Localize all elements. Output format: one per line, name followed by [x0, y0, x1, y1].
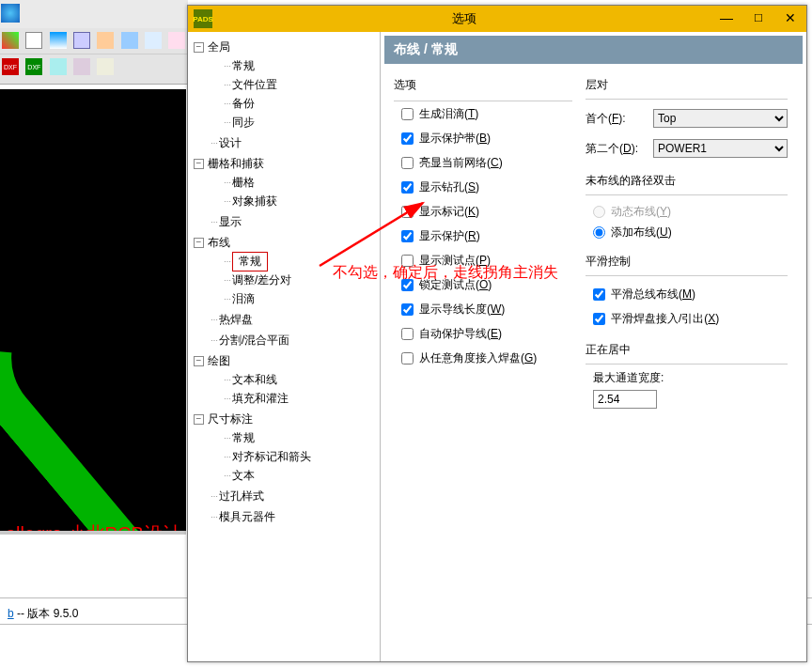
- chk-guard[interactable]: [401, 132, 414, 145]
- lbl-smooth-pad: 平滑焊盘接入/引出(X): [611, 311, 719, 327]
- version-line: b -- 版本 9.5.0: [8, 606, 78, 622]
- minimize-button[interactable]: —: [710, 8, 742, 29]
- tree-node-design[interactable]: ⋯设计: [192, 133, 376, 152]
- status-panel: [0, 531, 186, 601]
- chk-any-angle[interactable]: [401, 352, 414, 365]
- collapse-icon[interactable]: −: [194, 356, 204, 366]
- app-icon: [1, 4, 20, 23]
- lbl-teardrops: 生成泪滴(T): [419, 106, 478, 122]
- category-tree[interactable]: −全局 ⋯常规 ⋯文件位置 ⋯备份 ⋯同步 ⋯设计 −栅格和捕获 ⋯栅格 ⋯对象…: [188, 32, 381, 661]
- options-panel: 布线 / 常规 选项 生成泪滴(T) 显示保护带(B) 亮显当前网络(C) 显示…: [381, 32, 806, 661]
- select-first-layer[interactable]: Top: [653, 109, 788, 128]
- tree-node-plane[interactable]: ⋯分割/混合平面: [192, 331, 376, 349]
- chk-markers[interactable]: [401, 206, 414, 218]
- tool-dxf-icon[interactable]: DXF: [25, 58, 42, 75]
- dialog-titlebar[interactable]: PADS 选项 — ☐ ✕: [188, 6, 806, 32]
- lbl-drills: 显示钻孔(S): [419, 179, 479, 195]
- tree-leaf-teardrop[interactable]: ⋯泪滴: [192, 289, 376, 308]
- tree-node-display[interactable]: ⋯显示: [192, 212, 376, 231]
- tree-node-drafting[interactable]: −绘图: [192, 351, 376, 370]
- tree-node-die[interactable]: ⋯模具元器件: [192, 507, 376, 526]
- tool-icon[interactable]: [50, 32, 67, 49]
- chk-auto-protect[interactable]: [401, 328, 414, 340]
- tool-icon[interactable]: [2, 32, 19, 49]
- tool-icon[interactable]: [145, 32, 162, 49]
- chk-smooth-bus[interactable]: [593, 288, 605, 301]
- maximize-button[interactable]: ☐: [742, 8, 774, 29]
- lbl-second-layer: 第二个(D):: [586, 141, 648, 157]
- tool-icon[interactable]: [97, 32, 114, 49]
- group-title-options: 选项: [394, 77, 416, 93]
- group-title-smooth: 平滑控制: [586, 254, 788, 270]
- group-title-unrouted: 未布线的路径双击: [586, 173, 788, 189]
- tree-leaf-backup[interactable]: ⋯备份: [192, 94, 376, 113]
- tree-node-routing[interactable]: −布线: [192, 233, 376, 252]
- tool-icon[interactable]: [97, 58, 114, 75]
- layer-pair-group: 层对 首个(F): Top 第二个(D): POWER1: [586, 77, 788, 162]
- lbl-markers: 显示标记(K): [419, 204, 479, 220]
- unrouted-group: 未布线的路径双击 动态布线(Y) 添加布线(U): [586, 173, 788, 242]
- lbl-add-route: 添加布线(U): [611, 225, 672, 240]
- lbl-guard: 显示保护带(B): [419, 131, 491, 147]
- tree-leaf-dim-text[interactable]: ⋯文本: [192, 466, 376, 485]
- chk-smooth-pad[interactable]: [593, 313, 605, 325]
- lbl-any-angle: 从任意角度接入焊盘(G): [419, 350, 537, 366]
- radio-add-route[interactable]: [593, 226, 605, 239]
- bg-titlebar-fragment: [0, 0, 188, 28]
- close-button[interactable]: ✕: [774, 8, 806, 29]
- collapse-icon[interactable]: −: [194, 238, 204, 248]
- tool-dxf-icon[interactable]: DXF: [2, 58, 19, 75]
- lbl-smooth-bus: 平滑总线布线(M): [611, 287, 695, 302]
- toolbar-row-2: DXF DXF: [0, 54, 188, 85]
- tool-icon[interactable]: [25, 32, 42, 49]
- tree-leaf-general[interactable]: ⋯常规: [192, 56, 376, 75]
- tree-leaf-routing-general[interactable]: ⋯常规: [192, 252, 376, 271]
- dialog-title: 选项: [218, 10, 710, 27]
- input-max-channel[interactable]: [593, 390, 657, 409]
- chk-testpoints[interactable]: [401, 255, 414, 267]
- version-link[interactable]: b: [8, 607, 14, 620]
- options-group: 选项 生成泪滴(T) 显示保护带(B) 亮显当前网络(C) 显示钻孔(S) 显示…: [394, 77, 572, 370]
- tree-leaf-dim-arrow[interactable]: ⋯对齐标记和箭头: [192, 447, 376, 466]
- tree-leaf-sync[interactable]: ⋯同步: [192, 113, 376, 132]
- lbl-hilite-net: 亮显当前网络(C): [419, 155, 503, 171]
- tool-icon[interactable]: [121, 32, 138, 49]
- chk-drills[interactable]: [401, 181, 414, 194]
- tree-node-thermal[interactable]: ⋯热焊盘: [192, 310, 376, 329]
- group-title-shoving: 正在居中: [586, 342, 788, 358]
- lbl-dynamic-route: 动态布线(Y): [611, 204, 671, 220]
- pads-icon: PADS: [194, 9, 212, 28]
- tool-icon[interactable]: [73, 32, 90, 49]
- chk-protect[interactable]: [401, 230, 414, 242]
- tree-leaf-fill[interactable]: ⋯填充和灌注: [192, 389, 376, 408]
- tool-icon[interactable]: [50, 58, 67, 75]
- tree-leaf-textline[interactable]: ⋯文本和线: [192, 370, 376, 389]
- tool-icon[interactable]: [168, 32, 185, 49]
- tree-leaf-tune[interactable]: ⋯调整/差分对: [192, 271, 376, 289]
- tree-node-via[interactable]: ⋯过孔样式: [192, 487, 376, 505]
- tree-node-global[interactable]: −全局: [192, 38, 376, 56]
- selected-tree-item: 常规: [232, 252, 268, 271]
- lbl-auto-protect: 自动保护导线(E): [419, 326, 502, 342]
- trace-arc: [0, 219, 186, 531]
- tree-node-grid[interactable]: −栅格和捕获: [192, 154, 376, 173]
- chk-trace-length[interactable]: [401, 303, 414, 316]
- lbl-first-layer: 首个(F):: [586, 111, 648, 127]
- chk-teardrops[interactable]: [401, 108, 414, 120]
- tree-node-dimension[interactable]: −尺寸标注: [192, 410, 376, 428]
- tree-leaf-objsnap[interactable]: ⋯对象捕获: [192, 192, 376, 210]
- tree-leaf-grid[interactable]: ⋯栅格: [192, 173, 376, 192]
- select-second-layer[interactable]: POWER1: [653, 139, 788, 158]
- lbl-testpoints: 显示测试点(P): [419, 253, 491, 269]
- collapse-icon[interactable]: −: [194, 159, 204, 169]
- group-title-layerpair: 层对: [586, 77, 788, 93]
- chk-lock-testpoints[interactable]: [401, 279, 414, 291]
- tree-leaf-filelocation[interactable]: ⋯文件位置: [192, 75, 376, 94]
- smooth-group: 平滑控制 平滑总线布线(M) 平滑焊盘接入/引出(X): [586, 254, 788, 331]
- tool-icon[interactable]: [73, 58, 90, 75]
- collapse-icon[interactable]: −: [194, 414, 204, 425]
- chk-hilite-net[interactable]: [401, 157, 414, 169]
- tree-leaf-dim-general[interactable]: ⋯常规: [192, 428, 376, 447]
- collapse-icon[interactable]: −: [194, 42, 204, 53]
- pcb-viewport: allegro 小北PCB设计: [0, 89, 186, 531]
